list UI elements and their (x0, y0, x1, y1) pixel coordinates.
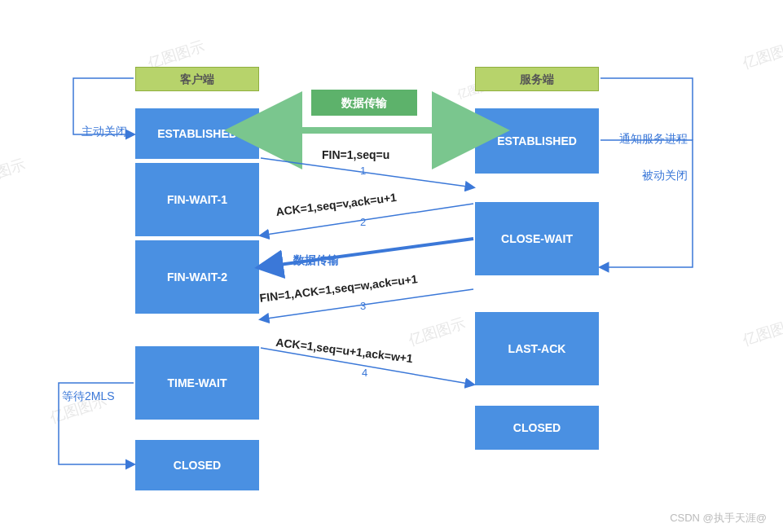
label-data-transfer-mid: 数据传输 (293, 253, 339, 268)
label-wait-2mls: 等待2MLS (62, 389, 115, 404)
watermark: 亿图图示 (740, 313, 783, 350)
label-active-close: 主动关闭 (81, 125, 127, 139)
seq-1: 1 (360, 165, 366, 177)
message-2: ACK=1,seq=v,ack=u+1 (275, 191, 398, 218)
footer-credit: CSDN @执手天涯@ (670, 511, 767, 525)
svg-line-1 (261, 158, 473, 187)
client-fin-wait-2: FIN-WAIT-2 (135, 240, 259, 314)
message-4: ACK=1,seq=u+1,ack=w+1 (275, 336, 414, 366)
watermark: 亿图图示 (740, 36, 783, 73)
client-established: ESTABLISHED (135, 108, 259, 159)
seq-2: 2 (360, 216, 366, 228)
watermark: 亿图图示 (0, 154, 28, 191)
label-passive-close: 被动关闭 (642, 169, 688, 183)
seq-4: 4 (362, 367, 367, 379)
server-close-wait: CLOSE-WAIT (475, 202, 599, 275)
diagram-arrows (0, 0, 783, 532)
watermark: 亿图图示 (406, 313, 468, 350)
client-closed: CLOSED (135, 440, 259, 490)
label-notify-process: 通知服务进程 (619, 132, 688, 147)
message-1: FIN=1,seq=u (322, 148, 389, 161)
server-established: ESTABLISHED (475, 108, 599, 174)
client-fin-wait-1: FIN-WAIT-1 (135, 163, 259, 236)
data-transfer-title: 数据传输 (311, 90, 417, 116)
client-header: 客户端 (135, 67, 259, 91)
server-last-ack: LAST-ACK (475, 312, 599, 385)
seq-3: 3 (360, 300, 366, 312)
client-time-wait: TIME-WAIT (135, 346, 259, 420)
message-3: FIN=1,ACK=1,seq=w,ack=u+1 (259, 272, 419, 305)
server-header: 服务端 (475, 67, 599, 91)
server-closed: CLOSED (475, 406, 599, 450)
